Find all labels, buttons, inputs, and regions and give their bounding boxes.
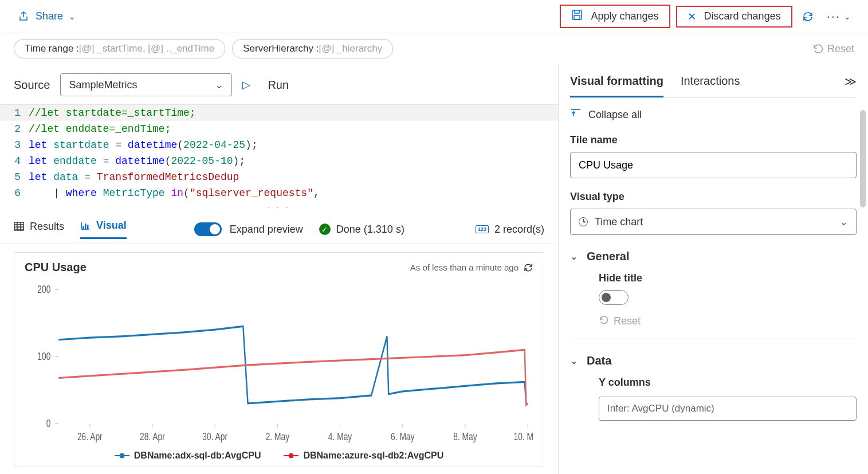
source-row: Source SampleMetrics ⌄ ▷ Run	[0, 69, 558, 104]
visual-type-select[interactable]: Time chart ⌄	[570, 209, 857, 235]
reset-general-button[interactable]: Reset	[599, 315, 857, 327]
results-tab-label: Results	[30, 221, 64, 233]
tile-name-input[interactable]	[570, 152, 857, 178]
svg-text:28. Apr: 28. Apr	[140, 430, 165, 442]
record-text: 2 record(s)	[494, 224, 544, 236]
main-area: Source SampleMetrics ⌄ ▷ Run 1//let star…	[0, 64, 868, 474]
discard-changes-label: Discard changes	[704, 10, 781, 22]
discard-changes-button[interactable]: ✕ Discard changes	[676, 6, 792, 28]
legend-item-b[interactable]: DBName:azure-sql-db2:AvgCPU	[284, 451, 443, 461]
time-range-prefix: Time range :	[25, 43, 79, 54]
refresh-icon[interactable]	[523, 263, 533, 273]
y-columns-label: Y columns	[599, 377, 857, 389]
tile-name-label: Tile name	[570, 134, 857, 146]
chevron-down-icon: ⌄	[570, 251, 578, 262]
chart-asof-text: As of less than a minute ago	[410, 263, 519, 272]
success-icon: ✓	[319, 224, 331, 235]
svg-rect-5	[87, 225, 89, 229]
refresh-button[interactable]	[798, 7, 818, 26]
expand-panel-button[interactable]: ≫	[845, 75, 857, 97]
clock-icon	[579, 217, 588, 226]
top-toolbar: Share ⌄ Apply changes ✕ Discard changes …	[0, 0, 868, 33]
hide-title-toggle[interactable]	[599, 290, 629, 305]
chart-card: CPU Usage As of less than a minute ago 0…	[14, 252, 544, 467]
svg-rect-4	[85, 224, 87, 229]
visual-type-label: Visual type	[570, 191, 857, 203]
resize-handle[interactable]: · · ·	[0, 201, 558, 213]
general-label: General	[587, 250, 629, 263]
status-text: Done (1.310 s)	[336, 224, 404, 236]
chevron-down-icon: ⌄	[839, 216, 848, 228]
chart-icon	[80, 221, 91, 230]
share-label: Share	[36, 10, 63, 22]
run-button[interactable]: ▷ Run	[242, 79, 289, 92]
source-select[interactable]: SampleMetrics ⌄	[60, 73, 232, 96]
hide-title-label: Hide title	[599, 272, 857, 284]
right-panel: Visual formatting Interactions ≫ Collaps…	[559, 64, 868, 474]
legend-item-a[interactable]: DBName:adx-sql-db:AvgCPU	[115, 451, 261, 461]
play-icon: ▷	[242, 79, 250, 91]
record-count: 123 2 record(s)	[476, 224, 544, 236]
y-columns-select[interactable]: Infer: AvgCPU (dynamic)	[599, 397, 857, 421]
ellipsis-icon: ···	[827, 9, 840, 24]
collapse-all-button[interactable]: Collapse all	[570, 108, 857, 122]
svg-text:26. Apr: 26. Apr	[77, 430, 103, 442]
chart-plot-area[interactable]: 010020026. Apr28. Apr30. Apr2. May4. May…	[25, 282, 533, 446]
source-selected-value: SampleMetrics	[69, 79, 137, 91]
code-editor[interactable]: 1//let startdate=_startTime;2//let endda…	[0, 104, 558, 201]
close-icon: ✕	[688, 10, 696, 23]
source-label: Source	[14, 79, 50, 92]
legend-swatch-red	[284, 455, 299, 457]
more-menu-button[interactable]: ··· ⌄	[823, 6, 854, 28]
svg-text:200: 200	[37, 284, 50, 295]
scrollbar-thumb[interactable]	[860, 110, 866, 207]
chart-legend: DBName:adx-sql-db:AvgCPU DBName:azure-sq…	[25, 446, 533, 461]
svg-text:6. May: 6. May	[391, 430, 415, 442]
run-label: Run	[268, 79, 289, 92]
data-label: Data	[587, 354, 611, 367]
reset-label: Reset	[827, 43, 854, 55]
legend-label-a: DBName:adx-sql-db:AvgCPU	[134, 451, 261, 461]
legend-swatch-blue	[115, 455, 129, 457]
expand-preview-label: Expand preview	[230, 224, 303, 236]
apply-changes-button[interactable]: Apply changes	[560, 5, 670, 28]
svg-text:100: 100	[37, 351, 50, 362]
collapse-all-icon	[570, 108, 582, 122]
chart-asof: As of less than a minute ago	[410, 263, 533, 273]
expand-preview-toggle[interactable]	[194, 222, 222, 236]
visual-type-value: Time chart	[595, 216, 643, 228]
chevron-down-icon: ⌄	[69, 12, 76, 21]
table-icon	[14, 222, 24, 231]
save-icon	[571, 9, 583, 23]
legend-label-b: DBName:azure-sql-db2:AvgCPU	[303, 451, 443, 461]
chevron-down-icon: ⌄	[570, 355, 578, 366]
filter-row: Time range : [@] _startTime, [@] .._endT…	[0, 33, 868, 64]
chevron-down-icon: ⌄	[844, 12, 851, 21]
svg-rect-1	[574, 15, 580, 19]
svg-text:2. May: 2. May	[266, 430, 290, 442]
query-status: ✓ Done (1.310 s)	[319, 224, 404, 236]
results-tab[interactable]: Results	[14, 221, 64, 238]
general-section-header[interactable]: ⌄ General	[570, 250, 857, 263]
refresh-icon	[802, 10, 814, 23]
chart-title: CPU Usage	[25, 261, 87, 274]
interactions-tab[interactable]: Interactions	[681, 75, 740, 97]
reset-general-label: Reset	[614, 315, 641, 327]
reset-filters-button[interactable]: Reset	[812, 43, 854, 55]
share-icon	[18, 11, 30, 22]
record-icon: 123	[476, 225, 489, 233]
svg-text:10. May: 10. May	[514, 430, 533, 442]
svg-text:8. May: 8. May	[453, 430, 477, 442]
time-range-pill[interactable]: Time range : [@] _startTime, [@] .._endT…	[14, 39, 225, 58]
visual-tab[interactable]: Visual	[80, 220, 127, 239]
share-button[interactable]: Share ⌄	[14, 7, 80, 26]
data-section-header[interactable]: ⌄ Data	[570, 354, 857, 367]
visual-formatting-tab[interactable]: Visual formatting	[570, 75, 663, 97]
result-tabs: Results Visual Expand preview ✓ Done (1.…	[0, 213, 558, 244]
reset-icon	[599, 315, 608, 324]
svg-text:0: 0	[46, 418, 51, 429]
server-hierarchy-pill[interactable]: ServerHierarchy : [@] _hierarchy	[232, 39, 393, 58]
reset-icon	[812, 44, 823, 54]
left-column: Source SampleMetrics ⌄ ▷ Run 1//let star…	[0, 64, 559, 474]
time-range-value: [@] _startTime, [@] .._endTime	[79, 43, 214, 54]
